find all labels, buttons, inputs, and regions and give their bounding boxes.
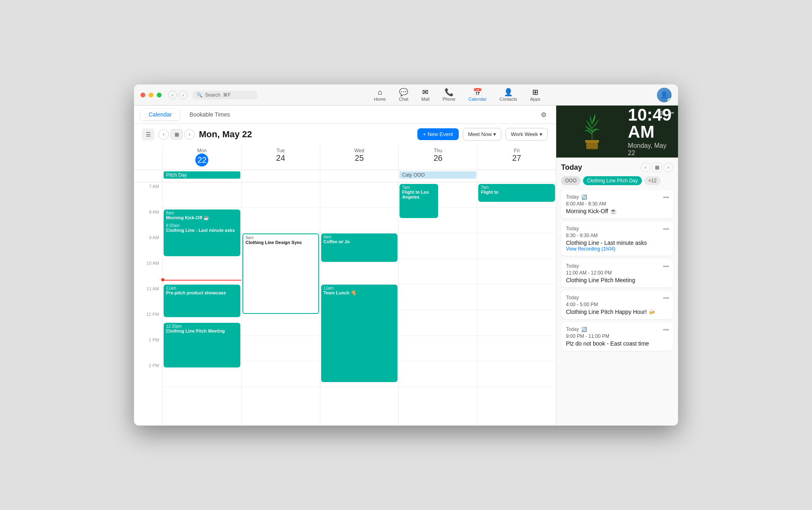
svg-rect-0 (586, 141, 598, 149)
avatar[interactable]: 👤 (657, 88, 672, 102)
event-more-button[interactable]: ••• (663, 194, 669, 201)
widget-grid-icon[interactable]: ⊞ (660, 110, 665, 116)
repeat-icon: 🔄 (581, 327, 587, 332)
chat-icon: 💬 (399, 89, 408, 96)
event-flight-continuation[interactable]: 7am Flight to (478, 184, 555, 202)
event-clothing-line-pitch-meeting[interactable]: 12:30pm Clothing Line Pitch Meeting (164, 323, 240, 367)
view-recording-link[interactable]: View Recording (1h04) (566, 246, 668, 252)
agenda-event-morning-kickoff[interactable]: Today 🔄 ••• 8:00 AM - 8:30 AM Morning Ki… (561, 190, 673, 218)
current-time-indicator (163, 280, 241, 281)
today-next-button[interactable]: › (663, 162, 673, 172)
app-window: ‹ › 🔍 Search ⌘F ⌂ Home 💬 Chat ✉ Mail 📞 (134, 84, 678, 426)
event-clothing-line-design-sync[interactable]: 9am Clothing Line Design Sync (242, 233, 319, 314)
event-chips: OOO Clothing Line Pitch Day +12 (561, 176, 673, 185)
event-flight-los-angeles[interactable]: 7am Flight to Los Angeles (400, 184, 438, 218)
search-box[interactable]: 🔍 Search ⌘F (192, 91, 257, 99)
time-grid-body: 7 AM 8 AM 9 AM 10 AM 11 AM 12 PM 1 PM 2 … (134, 182, 556, 426)
day-column-mon: 8am Morning Kick-Off ☕ 8:30am Clothing L… (162, 182, 241, 426)
sidebar-toggle-button[interactable]: ☰ (142, 128, 154, 140)
prev-date-button[interactable]: ‹ (158, 129, 169, 140)
today-prev-button[interactable]: ‹ (641, 162, 650, 172)
day-header-wed: Wed 25 (320, 145, 399, 170)
chip-more[interactable]: +12 (644, 176, 661, 185)
day-column-wed: 9am Coffee w/ Jo 11am Team Lunch 🍕 (320, 182, 399, 426)
nav-calendar-label: Calendar (469, 97, 487, 102)
forward-button[interactable]: › (179, 91, 188, 99)
allday-event-pitch-day[interactable]: Pitch Day (164, 171, 240, 179)
event-more-button[interactable]: ••• (663, 295, 669, 301)
online-indicator (667, 98, 672, 102)
new-event-button[interactable]: + New Event (417, 128, 459, 140)
event-coffee-jo[interactable]: 9am Coffee w/ Jo (321, 233, 398, 262)
nav-calendar[interactable]: 📅 Calendar (463, 87, 492, 103)
allday-row: Pitch Day Caty OOO (134, 170, 556, 182)
allday-cell-mon: Pitch Day (162, 170, 241, 182)
time-column: 7 AM 8 AM 9 AM 10 AM 11 AM 12 PM 1 PM 2 … (134, 182, 162, 426)
calendar-grid: Mon 22 Tue 24 Wed 25 Thu 26 (134, 145, 556, 426)
calendar-section: Calendar Bookable Times ⚙ ☰ ‹ ▦ › Mon, M… (134, 106, 556, 426)
apps-icon: ⊞ (532, 89, 538, 96)
chip-clothing-line-pitch-day[interactable]: Clothing Line Pitch Day (583, 176, 642, 185)
agenda-event-clothing-line-asks[interactable]: Today ••• 8:30 - 9:30 AM Clothing Line -… (561, 222, 673, 256)
home-icon: ⌂ (378, 89, 382, 96)
allday-cell-tue (241, 170, 320, 182)
calendar-icon: 📅 (473, 89, 482, 96)
nav-contacts[interactable]: 👤 Contacts (494, 87, 523, 103)
work-week-chevron-icon: ▾ (540, 131, 542, 137)
allday-cell-wed (320, 170, 399, 182)
repeat-icon: 🔄 (581, 194, 587, 200)
event-more-button[interactable]: ••• (663, 326, 669, 333)
today-panel-header: Today ‹ ▦ › (561, 162, 673, 172)
day-column-tue: 9am Clothing Line Design Sync (241, 182, 320, 426)
nav-chat[interactable]: 💬 Chat (393, 87, 414, 103)
search-label: Search (205, 92, 220, 98)
plant-illustration (563, 112, 622, 151)
agenda-event-pitch-meeting[interactable]: Today ••• 11:00 AM - 12:00 PM Clothing L… (561, 259, 673, 287)
clock-widget-icons: ⊞ ••• (660, 110, 674, 116)
event-team-lunch[interactable]: 11am Team Lunch 🍕 (321, 285, 398, 382)
nav-phone[interactable]: 📞 Phone (437, 87, 461, 103)
agenda-event-happy-hour[interactable]: Today ••• 4:00 - 5:00 PM Clothing Line P… (561, 291, 673, 319)
today-calendar-button[interactable]: ▦ (652, 162, 662, 172)
minimize-button[interactable] (149, 93, 153, 97)
widget-more-icon[interactable]: ••• (668, 110, 674, 116)
event-clothing-line-asks[interactable]: 8:30am Clothing Line - Last minute asks (164, 222, 240, 256)
day-header-tue: Tue 24 (241, 145, 320, 170)
next-date-button[interactable]: › (184, 129, 195, 140)
event-prepitch-showcase[interactable]: 11am Pre-pitch product showcase (164, 285, 240, 317)
contacts-icon: 👤 (504, 89, 513, 96)
day-column-fri: 7am Flight to (477, 182, 556, 426)
nav-home[interactable]: ⌂ Home (368, 87, 391, 103)
nav-contacts-label: Contacts (499, 97, 517, 102)
calendar-date-title: Mon, May 22 (199, 129, 413, 140)
allday-cell-thu: Caty OOO (398, 170, 477, 182)
search-shortcut: ⌘F (223, 92, 231, 98)
chip-ooo[interactable]: OOO (561, 176, 581, 185)
main-content: Calendar Bookable Times ⚙ ☰ ‹ ▦ › Mon, M… (134, 106, 678, 426)
meet-now-chevron-icon: ▾ (493, 131, 496, 137)
day-column-thu: 7am Flight to Los Angeles (398, 182, 477, 426)
meet-now-button[interactable]: Meet Now ▾ (463, 128, 502, 140)
allday-cells: Pitch Day Caty OOO (162, 170, 556, 182)
tab-bookable-times[interactable]: Bookable Times (181, 109, 238, 120)
calendar-toolbar: ☰ ‹ ▦ › Mon, May 22 + New Event Meet Now… (134, 124, 556, 145)
agenda-event-do-not-book[interactable]: Today 🔄 ••• 9:00 PM - 11:00 PM Plz do no… (561, 322, 673, 351)
today-indicator[interactable]: ▦ (171, 129, 183, 140)
settings-button[interactable]: ⚙ (538, 109, 549, 120)
nav-mail[interactable]: ✉ Mail (416, 87, 435, 103)
day-header-thu: Thu 26 (398, 145, 477, 170)
nav-apps[interactable]: ⊞ Apps (525, 87, 546, 103)
titlebar: ‹ › 🔍 Search ⌘F ⌂ Home 💬 Chat ✉ Mail 📞 (134, 84, 678, 106)
back-button[interactable]: ‹ (168, 91, 177, 99)
event-more-button[interactable]: ••• (663, 226, 669, 232)
close-button[interactable] (140, 93, 145, 97)
maximize-button[interactable] (157, 93, 162, 97)
allday-event-caty-ooo[interactable]: Caty OOO (400, 171, 476, 179)
work-week-button[interactable]: Work Week ▾ (505, 128, 548, 140)
mail-icon: ✉ (422, 89, 428, 96)
tab-calendar[interactable]: Calendar (140, 109, 180, 120)
nav-mail-label: Mail (421, 97, 430, 102)
event-more-button[interactable]: ••• (663, 263, 669, 270)
day-headers: Mon 22 Tue 24 Wed 25 Thu 26 (134, 145, 556, 170)
day-header-fri: Fri 27 (477, 145, 556, 170)
